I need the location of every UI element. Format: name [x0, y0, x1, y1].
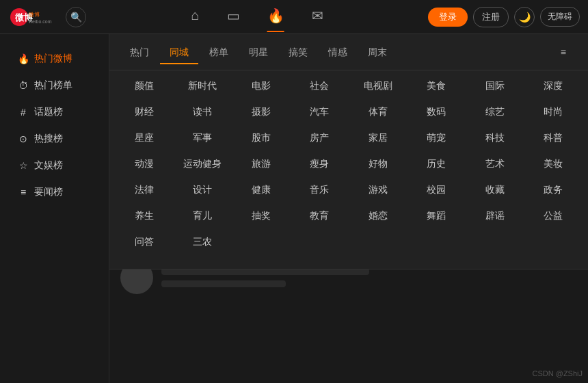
grid-item-7[interactable]: 深度: [524, 73, 583, 99]
grid-item-43[interactable]: 教育: [291, 203, 349, 229]
grid-item-21[interactable]: 萌宠: [407, 125, 466, 151]
avatar-text-lines: [161, 268, 577, 287]
svg-text:weibo.com: weibo.com: [28, 19, 52, 24]
grid-item-26[interactable]: 旅游: [232, 151, 291, 177]
grid-item-22[interactable]: 科技: [466, 125, 524, 151]
grid-item-10[interactable]: 摄影: [232, 99, 291, 125]
sidebar-label-news: 要闻榜: [34, 186, 63, 198]
dropdown-grid: 颜值新时代电影社会电视剧美食国际深度财经读书摄影汽车体育数码综艺时尚星座军事股市…: [109, 70, 588, 258]
hashtag-icon: #: [18, 107, 29, 118]
grid-item-49[interactable]: 三农: [174, 229, 232, 255]
grid-item-34[interactable]: 健康: [232, 177, 291, 203]
grid-item-6[interactable]: 国际: [466, 73, 524, 99]
tab-hot[interactable]: 热门: [120, 42, 159, 64]
grid-item-33[interactable]: 设计: [174, 177, 232, 203]
grid-item-9[interactable]: 读书: [174, 99, 232, 125]
grid-item-13[interactable]: 数码: [407, 99, 466, 125]
nav-video[interactable]: ▭: [227, 8, 240, 27]
grid-item-25[interactable]: 运动健身: [174, 151, 232, 177]
grid-item-23[interactable]: 科普: [524, 125, 583, 151]
sidebar-item-hot-search[interactable]: ⊙ 热搜榜: [4, 126, 105, 152]
sidebar-item-hot-weibo[interactable]: 🔥 热门微博: [4, 46, 105, 72]
grid-item-4[interactable]: 电视剧: [349, 73, 407, 99]
grid-item-31[interactable]: 美妆: [524, 151, 583, 177]
grid-item-42[interactable]: 抽奖: [232, 203, 291, 229]
grid-item-46[interactable]: 辟谣: [466, 203, 524, 229]
dropdown-tabs: 热门 同城 榜单 明星 搞笑 情感 周末 ≡: [109, 40, 588, 70]
grid-item-17[interactable]: 军事: [174, 125, 232, 151]
grid-item-30[interactable]: 艺术: [466, 151, 524, 177]
sidebar-label-hot-search: 热搜榜: [34, 133, 63, 145]
nav-home[interactable]: ⌂: [191, 8, 199, 26]
grid-item-39[interactable]: 政务: [524, 177, 583, 203]
grid-item-29[interactable]: 历史: [407, 151, 466, 177]
nav-right: 登录 注册 🌙 无障碍: [428, 7, 580, 27]
accessibility-button[interactable]: 无障碍: [540, 7, 580, 27]
avatar-line-2: [161, 280, 286, 287]
tab-tongcheng[interactable]: 同城: [160, 42, 198, 64]
search-button[interactable]: 🔍: [66, 7, 86, 27]
tab-ranking[interactable]: 榜单: [200, 42, 238, 64]
grid-item-45[interactable]: 舞蹈: [407, 203, 466, 229]
hot-icon: 🔥: [267, 8, 284, 24]
grid-item-18[interactable]: 股市: [232, 125, 291, 151]
home-icon: ⌂: [191, 8, 199, 23]
grid-item-41[interactable]: 育儿: [174, 203, 232, 229]
grid-item-28[interactable]: 好物: [349, 151, 407, 177]
news-icon: ≡: [18, 187, 29, 198]
sidebar: 🔥 热门微博 ⏱ 热门榜单 # 话题榜 ⊙ 热搜榜 ☆ 文娱榜 ≡ 要闻榜: [0, 34, 109, 383]
search-circle-icon: ⊙: [18, 133, 29, 144]
sidebar-item-hot-ranking[interactable]: ⏱ 热门榜单: [4, 72, 105, 98]
moon-icon: 🌙: [519, 12, 531, 23]
grid-item-15[interactable]: 时尚: [524, 99, 583, 125]
dropdown-overlay: 热门 同城 榜单 明星 搞笑 情感 周末 ≡ 颜值新时代电影社会电视剧美食国际深…: [109, 34, 588, 269]
sidebar-label-topic: 话题榜: [34, 106, 63, 118]
grid-item-48[interactable]: 问答: [115, 229, 174, 255]
content-area: 热门 同城 榜单 明星 搞笑 情感 周末 ≡ 颜值新时代电影社会电视剧美食国际深…: [109, 34, 588, 383]
grid-item-27[interactable]: 瘦身: [291, 151, 349, 177]
grid-item-32[interactable]: 法律: [115, 177, 174, 203]
grid-item-37[interactable]: 校园: [407, 177, 466, 203]
grid-item-14[interactable]: 综艺: [466, 99, 524, 125]
sidebar-label-hot-ranking: 热门榜单: [34, 79, 72, 92]
register-button[interactable]: 注册: [473, 7, 509, 27]
message-icon: ✉: [312, 8, 323, 24]
nav-hot[interactable]: 🔥: [267, 8, 284, 27]
grid-item-36[interactable]: 游戏: [349, 177, 407, 203]
grid-item-12[interactable]: 体育: [349, 99, 407, 125]
video-icon: ▭: [227, 8, 240, 24]
grid-item-38[interactable]: 收藏: [466, 177, 524, 203]
grid-item-3[interactable]: 社会: [291, 73, 349, 99]
grid-item-24[interactable]: 动漫: [115, 151, 174, 177]
grid-item-5[interactable]: 美食: [407, 73, 466, 99]
grid-item-11[interactable]: 汽车: [291, 99, 349, 125]
grid-item-8[interactable]: 财经: [115, 99, 174, 125]
tab-weekend[interactable]: 周末: [358, 42, 397, 64]
login-button[interactable]: 登录: [428, 8, 468, 27]
top-navigation: 微博 微博 weibo.com 🔍 ⌂ ▭ 🔥 ✉ 登录 注册 🌙 无障碍: [0, 0, 588, 34]
nav-center: ⌂ ▭ 🔥 ✉: [86, 8, 428, 27]
grid-item-16[interactable]: 星座: [115, 125, 174, 151]
tab-more[interactable]: ≡: [551, 42, 576, 64]
grid-item-1[interactable]: 新时代: [174, 73, 232, 99]
sidebar-label-hot-weibo: 热门微博: [34, 53, 72, 65]
grid-item-2[interactable]: 电影: [232, 73, 291, 99]
clock-icon: ⏱: [18, 80, 29, 91]
dark-mode-button[interactable]: 🌙: [514, 7, 535, 27]
svg-text:微博: 微博: [29, 12, 40, 18]
sidebar-item-entertainment[interactable]: ☆ 文娱榜: [4, 153, 105, 179]
tab-star[interactable]: 明星: [239, 42, 278, 64]
grid-item-40[interactable]: 养生: [115, 203, 174, 229]
tab-funny[interactable]: 搞笑: [279, 42, 317, 64]
grid-item-20[interactable]: 家居: [349, 125, 407, 151]
grid-item-47[interactable]: 公益: [524, 203, 583, 229]
grid-item-19[interactable]: 房产: [291, 125, 349, 151]
tab-emotion[interactable]: 情感: [319, 42, 357, 64]
grid-item-0[interactable]: 颜值: [115, 73, 174, 99]
sidebar-item-topic[interactable]: # 话题榜: [4, 99, 105, 125]
grid-item-44[interactable]: 婚恋: [349, 203, 407, 229]
grid-item-35[interactable]: 音乐: [291, 177, 349, 203]
main-layout: 🔥 热门微博 ⏱ 热门榜单 # 话题榜 ⊙ 热搜榜 ☆ 文娱榜 ≡ 要闻榜: [0, 34, 588, 383]
nav-message[interactable]: ✉: [312, 8, 323, 27]
sidebar-item-news[interactable]: ≡ 要闻榜: [4, 179, 105, 205]
